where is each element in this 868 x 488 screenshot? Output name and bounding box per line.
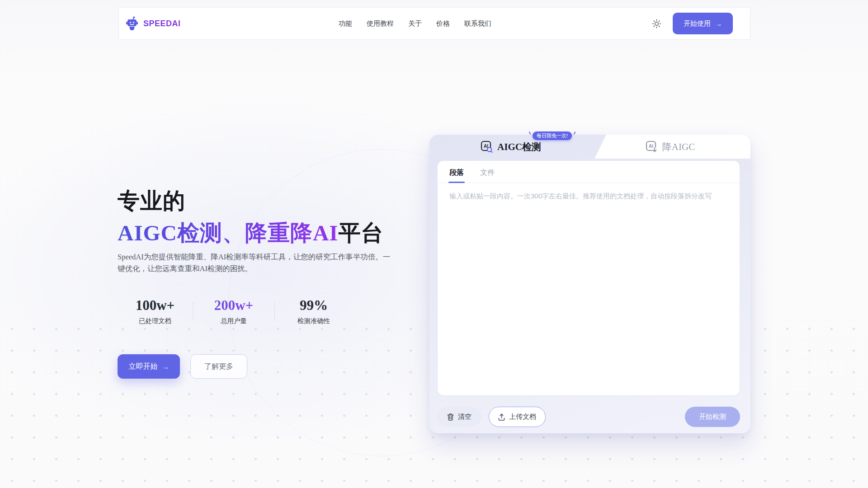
stat-users-label: 总用户量 xyxy=(193,317,274,325)
start-detection-button[interactable]: 开始检测 xyxy=(685,407,740,427)
start-now-button[interactable]: 立即开始 → xyxy=(118,354,180,379)
theme-toggle-sun-icon[interactable] xyxy=(652,19,662,28)
subtab-file[interactable]: 文件 xyxy=(480,168,495,183)
detector-card-surface: AI AIGC检测 AI 降AIGC xyxy=(429,135,750,433)
get-started-label: 开始使用 xyxy=(684,19,711,28)
hero-title-line1: 专业的 xyxy=(118,186,185,216)
hero-title-gradient: AIGC检测、降重降AI xyxy=(118,221,338,245)
hero-title-suffix: 平台 xyxy=(338,221,383,245)
tab-reduce-aigc-label: 降AIGC xyxy=(662,141,695,153)
card-controls: 清空 上传文档 开始检测 xyxy=(437,407,740,427)
nav-link-contact[interactable]: 联系我们 xyxy=(464,19,491,28)
content-input[interactable] xyxy=(438,183,740,396)
clear-label: 清空 xyxy=(458,413,472,421)
get-started-button[interactable]: 开始使用 → xyxy=(673,13,733,34)
ai-download-icon: AI xyxy=(646,141,658,153)
stat-accuracy: 99% 检测准确性 xyxy=(275,297,353,325)
clear-button[interactable]: 清空 xyxy=(437,407,481,427)
hero-title-line2: AIGC检测、降重降AI平台 xyxy=(118,218,383,248)
hero-description: SpeedAI为您提供智能降重、降AI检测率等科研工具，让您的研究工作事半功倍。… xyxy=(118,251,394,274)
upload-icon xyxy=(498,413,505,421)
stat-documents-value: 100w+ xyxy=(118,297,193,314)
ai-search-icon: AI xyxy=(481,141,493,153)
nav-link-pricing[interactable]: 价格 xyxy=(436,19,450,28)
brand-logo[interactable]: SPEEDAI xyxy=(125,16,181,31)
arrow-right-icon: → xyxy=(162,363,169,370)
stat-accuracy-value: 99% xyxy=(275,297,353,314)
stat-users: 200w+ 总用户量 xyxy=(193,297,274,325)
input-mode-subtabs: 段落 文件 xyxy=(438,161,740,183)
daily-free-badge: 每日限免一次! xyxy=(533,131,572,140)
detector-card: 每日限免一次! AI AIGC检测 AI xyxy=(429,135,750,433)
upload-document-button[interactable]: 上传文档 xyxy=(489,407,546,427)
navbar-right: 开始使用 → xyxy=(652,13,733,34)
subtab-paragraph[interactable]: 段落 xyxy=(449,168,464,183)
brand-name: SPEEDAI xyxy=(143,19,181,28)
robot-logo-icon xyxy=(125,16,139,31)
learn-more-label: 了解更多 xyxy=(204,362,233,371)
stat-users-value: 200w+ xyxy=(193,297,274,314)
arrow-right-icon: → xyxy=(715,20,722,27)
start-now-label: 立即开始 xyxy=(129,362,158,371)
tab-reduce-aigc[interactable]: AI 降AIGC xyxy=(590,135,750,159)
nav-link-features[interactable]: 功能 xyxy=(339,19,352,28)
trash-icon xyxy=(447,413,454,421)
upload-label: 上传文档 xyxy=(509,413,536,421)
stat-documents-label: 已处理文档 xyxy=(118,317,193,325)
stat-accuracy-label: 检测准确性 xyxy=(275,317,353,325)
nav-link-about[interactable]: 关于 xyxy=(408,19,422,28)
input-panel: 段落 文件 xyxy=(437,160,740,396)
nav-link-tutorial[interactable]: 使用教程 xyxy=(367,19,394,28)
learn-more-button[interactable]: 了解更多 xyxy=(190,354,247,379)
tab-aigc-detect-label: AIGC检测 xyxy=(497,141,541,153)
stats-row: 100w+ 已处理文档 200w+ 总用户量 99% 检测准确性 xyxy=(118,297,353,325)
nav-links: 功能 使用教程 关于 价格 联系我们 xyxy=(339,19,491,28)
stat-documents: 100w+ 已处理文档 xyxy=(118,297,193,325)
navbar: SPEEDAI 功能 使用教程 关于 价格 联系我们 开始使用 → xyxy=(118,7,750,40)
